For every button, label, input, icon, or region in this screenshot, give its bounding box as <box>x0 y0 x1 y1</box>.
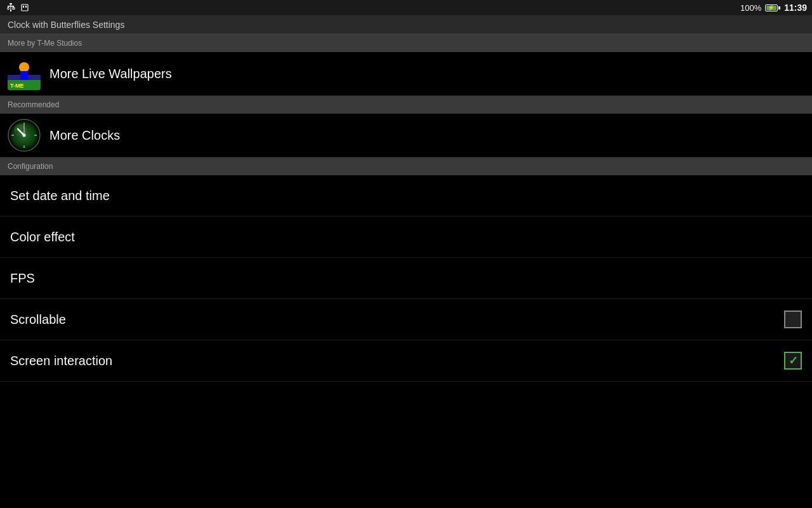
status-time: 11:39 <box>784 3 807 13</box>
svg-rect-7 <box>10 10 11 11</box>
svg-point-5 <box>8 8 10 10</box>
tme-logo-icon: T-ME <box>8 57 41 90</box>
section-header-recommended-label: Recommended <box>8 100 59 109</box>
clock-logo-icon <box>8 119 41 152</box>
scrollable-checkbox[interactable] <box>784 311 802 328</box>
svg-rect-8 <box>22 4 28 11</box>
section-header-config-label: Configuration <box>8 162 53 171</box>
section-header-tme-label: More by T-Me Studios <box>8 39 82 48</box>
more-clocks-label: More Clocks <box>49 128 804 143</box>
app-title: Clock with Butterflies Settings <box>8 20 124 30</box>
more-clocks-item[interactable]: More Clocks <box>0 114 812 157</box>
svg-point-25 <box>23 134 26 137</box>
screen-interaction-label: Screen interaction <box>10 354 112 368</box>
svg-rect-6 <box>13 8 15 10</box>
svg-rect-9 <box>23 6 24 8</box>
sd-icon <box>20 3 29 12</box>
scrollable-item[interactable]: Scrollable <box>0 299 812 340</box>
battery-percentage: 100% <box>740 3 761 13</box>
section-header-config: Configuration <box>0 157 812 175</box>
svg-rect-0 <box>10 3 12 4</box>
svg-rect-1 <box>11 4 11 10</box>
color-effect-item[interactable]: Color effect <box>0 217 812 258</box>
status-bar-right: 100% ⚡ 11:39 <box>740 3 807 13</box>
fps-label: FPS <box>10 271 35 286</box>
color-effect-label: Color effect <box>10 230 75 244</box>
app-title-bar: Clock with Butterflies Settings <box>0 15 812 34</box>
fps-item[interactable]: FPS <box>0 258 812 299</box>
status-bar-left <box>5 3 29 12</box>
screen-interaction-item[interactable]: Screen interaction <box>0 340 812 382</box>
screen-interaction-checkbox[interactable] <box>784 352 802 370</box>
svg-text:T-ME: T-ME <box>10 83 24 89</box>
usb-icon <box>5 3 16 12</box>
set-date-time-item[interactable]: Set date and time <box>0 175 812 217</box>
status-bar: 100% ⚡ 11:39 <box>0 0 812 15</box>
svg-point-14 <box>19 62 29 72</box>
section-header-tme: More by T-Me Studios <box>0 34 812 52</box>
more-live-wallpapers-label: More Live Wallpapers <box>49 67 804 81</box>
set-date-time-label: Set date and time <box>10 189 110 203</box>
svg-rect-10 <box>25 6 27 8</box>
more-live-wallpapers-item[interactable]: T-ME More Live Wallpapers <box>0 52 812 96</box>
scrollable-label: Scrollable <box>10 312 66 327</box>
battery-icon: ⚡ <box>765 4 780 11</box>
section-header-recommended: Recommended <box>0 96 812 114</box>
svg-rect-15 <box>20 71 28 80</box>
